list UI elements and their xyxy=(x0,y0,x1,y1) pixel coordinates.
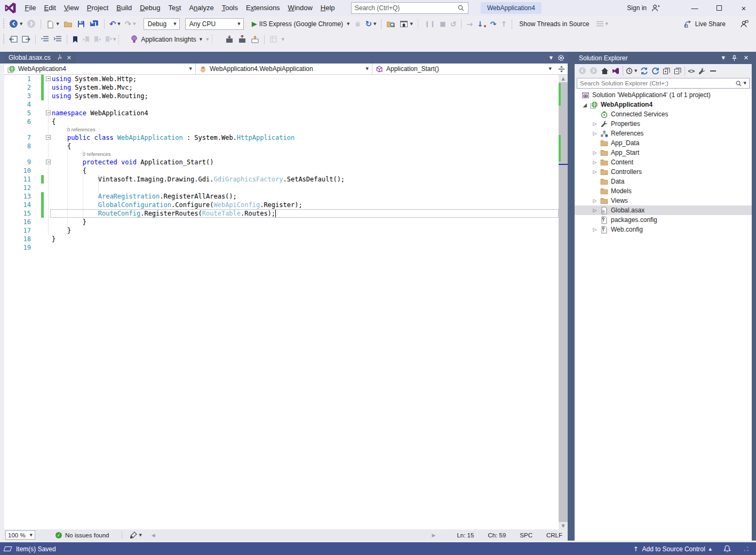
breadcrumb-2[interactable]: WebApplication4.WebApiApplication▼ xyxy=(196,64,372,74)
tree-item-references[interactable]: ▷References xyxy=(575,129,752,138)
menu-test[interactable]: Test xyxy=(164,0,185,16)
pin-icon[interactable] xyxy=(55,54,62,61)
expander-collapsed-icon[interactable]: ▷ xyxy=(590,131,600,136)
add-to-source-control-button[interactable]: ↑ Add to Source Control ▲ xyxy=(633,545,712,553)
breadcrumb-3[interactable]: Application_Start()▼ xyxy=(372,64,555,74)
code-line-6[interactable]: 6{ xyxy=(4,117,559,126)
document-health-indicator[interactable]: ✓ No issues found xyxy=(55,532,109,538)
se-pending-changes-filter-icon[interactable] xyxy=(626,67,634,75)
code-cleanup-button[interactable]: ▼ xyxy=(128,528,144,542)
menu-analyze[interactable]: Analyze xyxy=(185,0,218,16)
navigate-backward-doc-button[interactable] xyxy=(7,33,20,46)
panel-splitter[interactable] xyxy=(568,52,575,541)
vertical-scrollbar[interactable]: ▲ ▼ xyxy=(559,75,568,529)
solution-explorer-search[interactable]: Search Solution Explorer (Ctrl+;) ▼ xyxy=(575,77,752,89)
stop-button[interactable]: ■ xyxy=(437,17,448,31)
code-line-7[interactable]: 7 public class WebApiApplication : Syste… xyxy=(4,133,559,142)
restart-app-button[interactable]: ↻▼ xyxy=(363,17,379,31)
expander-expanded-icon[interactable]: ◢ xyxy=(579,102,590,108)
expander-collapsed-icon[interactable]: ▷ xyxy=(590,150,600,155)
se-back-icon[interactable] xyxy=(578,67,586,75)
toggle-bookmark-button[interactable] xyxy=(70,33,81,46)
code-line-3[interactable]: 3using System.Web.Routing; xyxy=(4,92,559,100)
se-switch-views-icon[interactable] xyxy=(612,67,620,75)
code-line-8[interactable]: 8 { xyxy=(4,142,559,150)
open-file-button[interactable] xyxy=(61,17,75,31)
expander-collapsed-icon[interactable]: ▷ xyxy=(590,121,600,126)
tree-item-models[interactable]: Models xyxy=(575,186,752,196)
tree-item-views[interactable]: ▷Views xyxy=(575,196,752,205)
previous-bookmark-button[interactable] xyxy=(81,33,92,46)
hscroll-left-icon[interactable]: ◀ xyxy=(152,533,155,538)
se-home-icon[interactable] xyxy=(601,67,609,75)
tree-item-app-start[interactable]: ▷App_Start xyxy=(575,148,752,157)
solution-configuration-dropdown[interactable]: Debug▼ xyxy=(144,18,180,30)
code-line-19[interactable]: 19 xyxy=(4,243,559,252)
panel-pin-icon[interactable] xyxy=(731,55,737,61)
step-into-button[interactable]: ↓ xyxy=(475,17,488,31)
close-button[interactable]: × xyxy=(731,0,756,16)
undo-button[interactable]: ↶▼ xyxy=(107,17,123,31)
next-bookmark-button[interactable] xyxy=(92,33,103,46)
code-line-18[interactable]: 18} xyxy=(4,235,559,243)
notifications-bell-icon[interactable] xyxy=(723,545,731,553)
chevron-down-icon[interactable]: ▼ xyxy=(545,67,552,71)
menu-extensions[interactable]: Extensions xyxy=(242,0,284,16)
menu-project[interactable]: Project xyxy=(83,0,112,16)
code-line-16[interactable]: 16 } xyxy=(4,218,559,226)
close-tab-icon[interactable]: ✕ xyxy=(67,54,71,61)
navigate-forward-doc-button[interactable] xyxy=(20,33,33,46)
live-share-button[interactable]: Live Share xyxy=(684,20,726,28)
menu-help[interactable]: Help xyxy=(316,0,339,16)
maximize-button[interactable] xyxy=(707,0,731,16)
se-properties-icon[interactable] xyxy=(698,67,706,75)
save-all-button[interactable] xyxy=(87,17,101,31)
tab-global-asax-cs[interactable]: Global.asax.cs ✕ xyxy=(4,52,76,64)
solution-home-button[interactable]: ▼ xyxy=(397,17,415,31)
tree-item-global-asax[interactable]: ▷Global.asax xyxy=(575,205,752,215)
minimize-button[interactable]: — xyxy=(682,0,707,16)
chevron-down-icon[interactable]: ▼ xyxy=(185,67,192,71)
zoom-dropdown[interactable]: 100 %▼ xyxy=(5,530,35,540)
expander-collapsed-icon[interactable]: ▷ xyxy=(590,227,600,232)
application-insights-button[interactable]: Application Insights ▼ xyxy=(129,33,204,46)
codelens-references[interactable]: 0 references xyxy=(4,150,559,158)
code-line-1[interactable]: 1using System.Web.Http; xyxy=(4,75,559,83)
menu-view[interactable]: View xyxy=(60,0,83,16)
new-project-button[interactable]: ▼ xyxy=(44,17,61,31)
menu-tools[interactable]: Tools xyxy=(218,0,242,16)
quick-search-input[interactable]: Search (Ctrl+Q) xyxy=(351,2,468,14)
code-line-5[interactable]: 5namespace WebApplication4 xyxy=(4,109,559,117)
code-line-9[interactable]: 9 protected void Application_Start() xyxy=(4,158,559,166)
tree-item-packages-config[interactable]: packages.config xyxy=(575,215,752,225)
fold-toggle-icon[interactable] xyxy=(46,76,51,81)
se-collapse-all-icon[interactable] xyxy=(663,67,671,75)
tree-item-content[interactable]: ▷Content xyxy=(575,157,752,167)
se-preview-icon[interactable] xyxy=(709,67,717,75)
add-to-source-control-button[interactable] xyxy=(223,33,236,46)
se-filter-dropdown-icon[interactable]: ▼ xyxy=(634,69,637,73)
tab-options-icon[interactable] xyxy=(558,54,564,61)
run-to-cursor-button[interactable]: → xyxy=(464,17,475,31)
tree-item-controllers[interactable]: ▷Controllers xyxy=(575,167,752,177)
scroll-down-icon[interactable]: ▼ xyxy=(559,522,568,529)
menu-file[interactable]: File xyxy=(21,0,40,16)
redo-button[interactable]: ↷▼ xyxy=(123,17,138,31)
code-line-14[interactable]: 14 GlobalConfiguration.Configure(WebApiC… xyxy=(4,201,559,209)
se-search-dropdown-icon[interactable]: ▼ xyxy=(744,81,746,85)
threads-list-icon[interactable]: ▼ xyxy=(594,17,610,31)
code-line-10[interactable]: 10 { xyxy=(4,166,559,175)
hot-reload-button[interactable] xyxy=(352,17,363,31)
feedback-icon[interactable] xyxy=(739,20,749,28)
se-forward-icon[interactable] xyxy=(590,67,598,75)
tree-item-properties[interactable]: ▷Properties xyxy=(575,119,752,129)
decrease-indent-button[interactable] xyxy=(38,33,51,46)
expander-collapsed-icon[interactable]: ▷ xyxy=(590,208,600,213)
show-threads-in-source-button[interactable]: Show Threads in Source xyxy=(519,20,589,28)
start-debugging-button[interactable]: ▶ IIS Express (Google Chrome) ▼ xyxy=(250,17,352,31)
code-line-13[interactable]: 13 AreaRegistration.RegisterAllAreas(); xyxy=(4,192,559,201)
navigate-forward-button[interactable] xyxy=(25,17,38,31)
scroll-up-icon[interactable]: ▲ xyxy=(559,75,568,82)
step-out-button[interactable]: ↑ xyxy=(499,17,510,31)
publish-button[interactable] xyxy=(249,33,261,46)
